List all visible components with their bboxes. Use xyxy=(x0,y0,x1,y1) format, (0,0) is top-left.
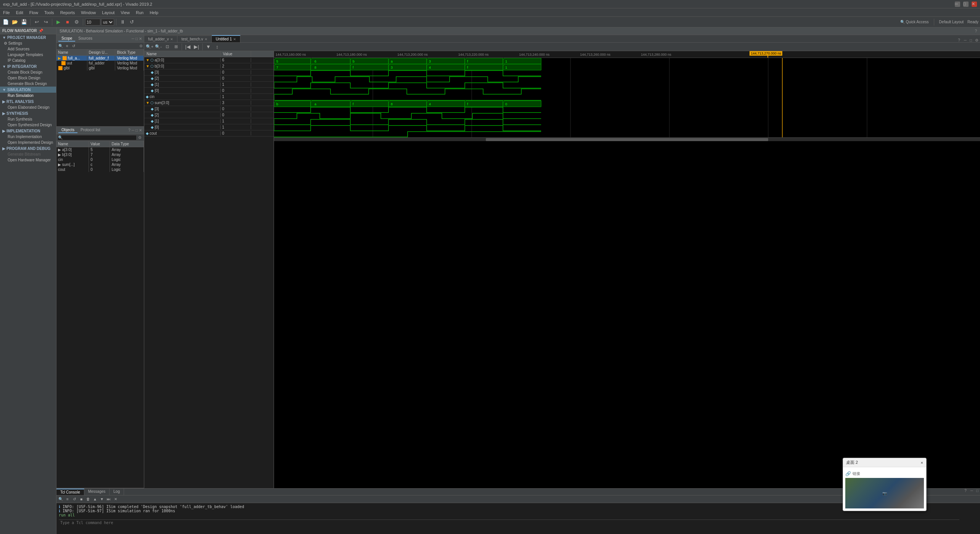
menu-edit[interactable]: Edit xyxy=(13,10,26,16)
objects-settings-icon[interactable]: ⚙ xyxy=(137,135,143,140)
reset-button[interactable]: ↺ xyxy=(127,18,136,26)
menu-tools[interactable]: Tools xyxy=(41,10,57,16)
new-file-button[interactable]: 📄 xyxy=(2,18,10,26)
save-button[interactable]: 💾 xyxy=(20,18,28,26)
nav-section-rtl-analysis[interactable]: ▶ RTL ANALYSIS xyxy=(0,98,56,105)
scope-settings-icon[interactable]: ⚙ xyxy=(139,44,143,48)
run-button[interactable]: ▶ xyxy=(54,18,63,26)
signal-row-b2[interactable]: ◆ [2] 0 xyxy=(144,76,274,82)
nav-open-synthesized-design[interactable]: Open Synthesized Design xyxy=(0,122,56,128)
scope-tab[interactable]: Scope xyxy=(58,36,75,42)
console-clear-all-button[interactable]: ✕ xyxy=(113,496,119,502)
close-button[interactable]: ✕ xyxy=(972,2,977,7)
signal-row-b[interactable]: ▼⬡ b[3:0] 2 xyxy=(144,63,274,69)
menu-run[interactable]: Run xyxy=(133,10,147,16)
bottom-tab-log[interactable]: Log xyxy=(110,489,124,495)
console-help-icon[interactable]: ? xyxy=(962,489,969,495)
console-clear-button[interactable]: 🗑 xyxy=(85,496,91,502)
protocol-list-tab[interactable]: Protocol list xyxy=(77,127,103,133)
nav-open-implemented-design[interactable]: Open Implemented Design xyxy=(0,140,56,145)
minimize-button[interactable]: ─ xyxy=(955,2,960,7)
nav-section-program-debug[interactable]: ▶ PROGRAM AND DEBUG xyxy=(0,145,56,151)
nav-add-sources[interactable]: Add Sources xyxy=(0,46,56,52)
signal-row-sum[interactable]: ▼⬡ sum[3:0] 3 xyxy=(144,100,274,106)
nav-run-synthesis[interactable]: Run Synthesis xyxy=(0,116,56,122)
time-input[interactable] xyxy=(85,19,100,26)
nav-section-simulation[interactable]: ▼ SIMULATION xyxy=(0,87,56,93)
maximize-button[interactable]: □ xyxy=(963,2,969,7)
wave-marker-button[interactable]: ▼ xyxy=(204,43,213,51)
console-maximize-icon[interactable]: □ xyxy=(975,489,980,495)
scope-search-button[interactable]: 🔍 xyxy=(58,43,64,49)
pause-button[interactable]: ⏸ xyxy=(118,18,127,26)
scope-close-icon[interactable]: ✕ xyxy=(139,37,142,41)
scope-filter-button[interactable]: ≡ xyxy=(64,43,70,49)
signal-row-sum1[interactable]: ◆ [1] 1 xyxy=(144,118,274,124)
table-row[interactable]: ▶ a[3:0] 5 Array xyxy=(56,147,144,153)
sources-tab[interactable]: Sources xyxy=(75,36,95,42)
nav-language-templates[interactable]: Language Templates xyxy=(0,52,56,58)
open-button[interactable]: 📂 xyxy=(11,18,19,26)
table-row[interactable]: 🟧 uut ful_adder Verilog Mod xyxy=(56,61,144,66)
tab-full-adder-v[interactable]: full_adder_v ✕ xyxy=(144,35,177,42)
objects-maximize-icon[interactable]: □ xyxy=(135,128,138,132)
table-row[interactable]: 🟧 glbl glbl Verilog Mod xyxy=(56,66,144,71)
nav-section-project-manager[interactable]: ▼ PROJECT MANAGER xyxy=(0,34,56,40)
menu-layout[interactable]: Layout xyxy=(99,10,118,16)
nav-open-elaborated-design[interactable]: Open Elaborated Design xyxy=(0,105,56,110)
menu-view[interactable]: View xyxy=(118,10,133,16)
console-stop-button[interactable]: ■ xyxy=(78,496,84,502)
wave-prev-edge-button[interactable]: |◀ xyxy=(184,43,192,51)
wave-scroll-bar[interactable] xyxy=(274,137,980,141)
signal-row-b1[interactable]: ◆ [1] 1 xyxy=(144,82,274,88)
flow-nav-pin-icon[interactable]: 📌 xyxy=(39,29,43,33)
signal-row-sum2[interactable]: ◆ [2] 0 xyxy=(144,112,274,118)
stop-button[interactable]: ■ xyxy=(63,18,72,26)
undo-button[interactable]: ↩ xyxy=(32,18,41,26)
objects-help-icon[interactable]: ? xyxy=(128,128,131,132)
wave-maximize-icon[interactable]: □ xyxy=(968,38,974,42)
wave-zoom-sel-button[interactable]: ⊞ xyxy=(172,43,180,51)
wave-zoom-in-button[interactable]: 🔍+ xyxy=(145,43,154,51)
console-minimize-icon[interactable]: ─ xyxy=(969,489,975,495)
menu-reports[interactable]: Reports xyxy=(57,10,78,16)
nav-open-block-design[interactable]: Open Block Design xyxy=(0,75,56,81)
wave-settings-icon[interactable]: ⚙ xyxy=(974,38,980,42)
table-row[interactable]: ▶ 🟧 full_a... full_adder_f Verilog Mod xyxy=(56,56,144,61)
menu-flow[interactable]: Flow xyxy=(26,10,41,16)
nav-ip-catalog[interactable]: IP Catalog xyxy=(0,58,56,63)
bottom-tab-messages[interactable]: Messages xyxy=(84,489,110,495)
scope-refresh-button[interactable]: ↺ xyxy=(71,43,77,49)
redo-button[interactable]: ↪ xyxy=(42,18,50,26)
signal-row-cout[interactable]: ◆ cout 0 xyxy=(144,130,274,137)
console-search-button[interactable]: 🔍 xyxy=(58,496,64,502)
signal-row-cin[interactable]: ◆ cin 1 xyxy=(144,94,274,100)
scope-maximize-icon[interactable]: □ xyxy=(135,37,138,41)
console-end-button[interactable]: ⏭ xyxy=(106,496,112,502)
console-refresh-button[interactable]: ↺ xyxy=(71,496,77,502)
time-unit-select[interactable]: usnsps xyxy=(101,19,114,26)
scope-minimize-icon[interactable]: ─ xyxy=(132,37,134,41)
objects-close-icon[interactable]: ✕ xyxy=(139,128,142,132)
tab-untitled-1[interactable]: Untitled 1 ✕ xyxy=(212,35,240,42)
table-row[interactable]: cin 0 Logic xyxy=(56,157,144,162)
nav-section-synthesis[interactable]: ▶ SYNTHESIS xyxy=(0,110,56,116)
wave-hscrollbar-thumb[interactable] xyxy=(486,138,768,141)
settings-button[interactable]: ⚙ xyxy=(73,18,81,26)
wave-minimize-icon[interactable]: ─ xyxy=(962,38,968,42)
nav-section-ip-integrator[interactable]: ▼ IP INTEGRATOR xyxy=(0,63,56,69)
objects-tab[interactable]: Objects xyxy=(58,127,77,133)
nav-run-implementation[interactable]: Run Implementation xyxy=(0,134,56,140)
popup-link[interactable]: 🔗 链接 xyxy=(845,470,924,478)
menu-window[interactable]: Window xyxy=(78,10,99,16)
sim-help-icon[interactable]: ? xyxy=(975,29,977,33)
console-prev-button[interactable]: ▲ xyxy=(92,496,98,502)
nav-generate-block-design[interactable]: Generate Block Design xyxy=(0,81,56,87)
bottom-tab-tcl[interactable]: Tcl Console xyxy=(56,489,84,495)
console-filter-button[interactable]: ≡ xyxy=(64,496,71,502)
wave-cursor-button[interactable]: ↕ xyxy=(213,43,221,51)
popup-close-button[interactable]: × xyxy=(921,460,923,465)
wave-zoom-out-button[interactable]: 🔍- xyxy=(154,43,163,51)
wave-help-icon[interactable]: ? xyxy=(956,38,962,42)
signal-row-a[interactable]: ▼⬡ a[3:0] 6 xyxy=(144,57,274,63)
